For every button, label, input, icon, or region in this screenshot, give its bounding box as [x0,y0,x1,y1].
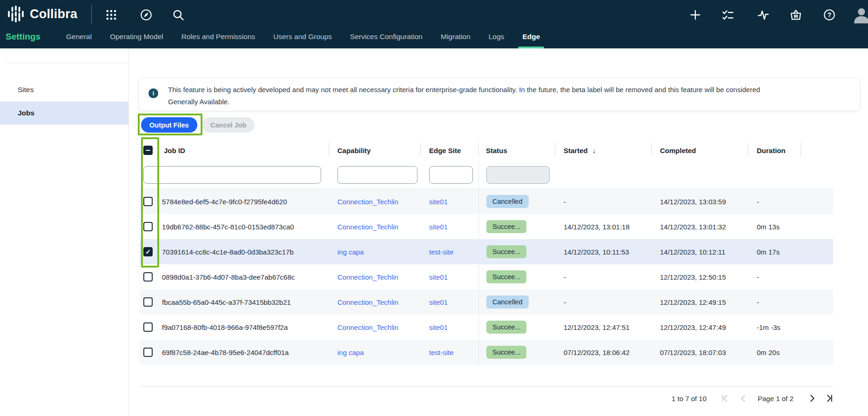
tab-users-and-groups[interactable]: Users and Groups [273,25,332,48]
first-page-icon[interactable] [720,393,731,403]
tab-roles-and-permissions[interactable]: Roles and Permissions [182,25,256,48]
capability-link[interactable]: ing capa [337,349,364,356]
edge-site-link[interactable]: test-site [429,248,454,256]
user-avatar[interactable] [852,6,868,24]
plus-icon[interactable] [689,8,702,21]
trailing-cell [801,340,833,365]
activity-icon[interactable] [757,8,770,21]
capability-link[interactable]: Connection_Techlin [337,273,398,281]
row-checkbox[interactable] [143,272,153,282]
column-header-duration[interactable]: Duration [748,140,801,161]
pagination-page-label: Page 1 of 2 [758,393,794,404]
edge-site-link[interactable]: site01 [429,198,448,206]
column-header-capability[interactable]: Capability [329,140,420,161]
pagination-divider [140,386,833,387]
column-header-completed[interactable]: Completed [651,140,748,161]
edge-site-cell: site01 [420,214,478,239]
tab-migration[interactable]: Migration [441,25,471,48]
edge-site-cell: site01 [420,315,478,340]
sidebar-item-sites[interactable]: Sites [0,78,128,101]
header-trailing-cell [801,140,833,161]
tab-general[interactable]: General [66,25,92,48]
duration-cell: - [748,189,801,214]
brand[interactable]: Collibra [7,5,77,23]
table-row[interactable]: 0898d0a1-37b6-4d07-8ba3-dee7ab67c68cConn… [140,264,833,289]
trailing-cell [801,214,833,239]
trailing-cell [801,239,833,264]
capability-link[interactable]: Connection_Techlin [337,323,398,331]
capability-link[interactable]: Connection_Techlin [337,223,398,231]
row-checkbox-cell [140,315,161,340]
settings-tab-bar: Settings GeneralOperating ModelRoles and… [0,25,868,48]
capability-filter-input[interactable] [337,166,417,184]
table-row[interactable]: 5784e8ed-6ef5-4c7e-9fc0-f2795fe4d620Conn… [140,189,833,214]
sidebar-item-jobs[interactable]: Jobs [0,101,128,125]
select-all-checkbox[interactable] [143,146,153,155]
duration-cell: 0m 17s [748,239,801,264]
tab-services-configuration[interactable]: Services Configuration [350,25,423,48]
edge-site-link[interactable]: site01 [429,273,448,281]
tab-operating-model[interactable]: Operating Model [110,25,163,48]
status-filter-input[interactable] [486,166,550,184]
search-icon[interactable] [172,8,185,21]
row-checkbox-cell [140,289,161,315]
started-cell: 12/12/2023, 12:47:51 [555,315,651,340]
edge-site-filter-input[interactable] [429,166,473,184]
cancel-job-button[interactable]: Cancel Job [202,117,255,133]
table-row[interactable]: 19db6762-88bc-457c-81c0-0153ed873ca0Conn… [140,214,833,239]
banner-line-2: Generally Available. [168,96,760,108]
table-header-row: Job ID Capability Edge Site Status Start… [140,140,833,161]
job-id-filter-input[interactable] [143,166,321,184]
row-checkbox[interactable]: ✓ [143,247,153,256]
brand-name: Collibra [30,7,77,21]
sort-descending-icon[interactable]: ↓ [592,147,596,154]
checklist-icon[interactable] [721,8,734,21]
tab-logs[interactable]: Logs [489,25,505,48]
banner-line-1: This feature is being actively developed… [168,84,760,96]
table-row[interactable]: ✓70391614-cc8c-4c1e-8ad0-0d3ba323c17bing… [140,239,833,264]
jobs-table: Job ID Capability Edge Site Status Start… [140,140,833,365]
row-checkbox[interactable] [143,222,153,231]
duration-cell: -1m -3s [748,315,801,340]
previous-page-icon[interactable] [738,393,748,403]
capability-cell: Connection_Techlin [329,264,420,289]
column-header-job-id[interactable]: Job ID [161,140,329,161]
basket-icon[interactable] [789,8,802,21]
capability-link[interactable]: ing capa [337,248,364,256]
row-checkbox[interactable] [143,297,153,307]
last-page-icon[interactable] [824,393,834,403]
help-icon[interactable]: ? [823,8,836,21]
table-row[interactable]: 69f87c58-24ae-4b78-95e6-24047dcff01aing … [140,340,833,365]
topbar-divider [91,5,92,24]
row-checkbox[interactable] [143,322,153,332]
row-checkbox-cell [140,214,161,239]
next-page-icon[interactable] [807,393,817,403]
status-badge: Succee... [486,270,526,283]
table-row[interactable]: f9a07168-80fb-4018-966a-974f8e597f2aConn… [140,315,833,340]
status-cell: Cancelled [478,189,555,214]
collibra-logo-icon [7,5,25,23]
edge-site-link[interactable]: test-site [429,349,454,356]
edge-site-link[interactable]: site01 [429,223,448,231]
row-checkbox[interactable] [143,197,153,206]
job-id-cell: 19db6762-88bc-457c-81c0-0153ed873ca0 [161,214,329,239]
row-checkbox[interactable] [143,348,153,357]
tab-edge[interactable]: Edge [522,25,540,48]
apps-grid-icon[interactable] [105,8,118,21]
capability-link[interactable]: Connection_Techlin [337,298,398,306]
compass-icon[interactable] [140,8,153,21]
job-id-cell: 0898d0a1-37b6-4d07-8ba3-dee7ab67c68c [161,264,329,289]
edge-site-cell: site01 [420,264,478,289]
column-header-edge-site[interactable]: Edge Site [420,140,478,161]
duration-cell: - [748,289,801,315]
column-header-started[interactable]: Started ↓ [555,140,651,161]
capability-link[interactable]: Connection_Techlin [337,198,398,206]
output-files-button[interactable]: Output Files [141,117,197,133]
job-id-cell: 5784e8ed-6ef5-4c7e-9fc0-f2795fe4d620 [161,189,329,214]
column-header-status[interactable]: Status [478,140,555,161]
edge-site-link[interactable]: site01 [429,298,448,306]
status-badge: Succee... [486,245,526,258]
edge-site-link[interactable]: site01 [429,323,448,331]
table-row[interactable]: fbcaa55b-65a0-445c-a37f-73415bb32b21Conn… [140,289,833,315]
capability-cell: Connection_Techlin [329,189,420,214]
